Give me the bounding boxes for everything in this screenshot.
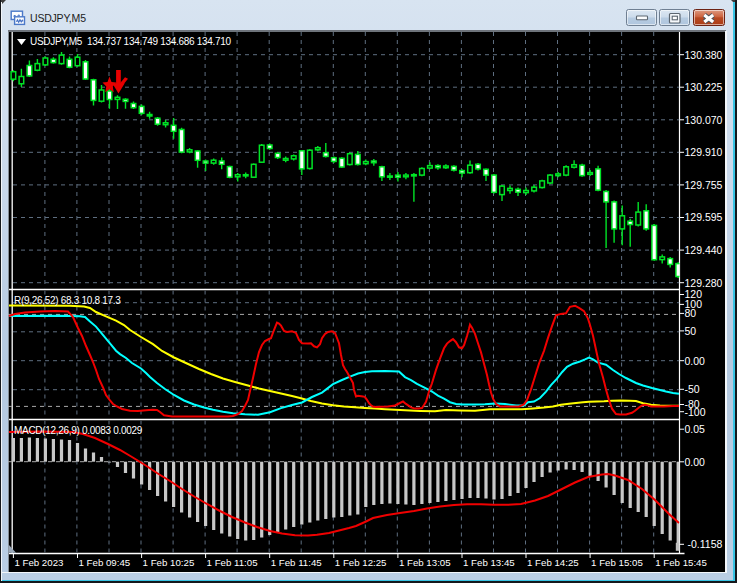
svg-text:80: 80 [685,307,697,319]
svg-text:1 Feb 09:45: 1 Feb 09:45 [79,557,131,568]
svg-text:130.225: 130.225 [685,81,723,93]
svg-text:0.05: 0.05 [685,423,706,435]
svg-text:129.910: 129.910 [685,146,723,158]
svg-text:1 Feb 13:45: 1 Feb 13:45 [463,557,515,568]
svg-text:1 Feb 15:05: 1 Feb 15:05 [591,557,643,568]
svg-text:-100: -100 [685,406,706,418]
svg-text:1 Feb 12:25: 1 Feb 12:25 [335,557,387,568]
svg-text:129.280: 129.280 [685,277,723,289]
svg-text:1 Feb 10:25: 1 Feb 10:25 [143,557,195,568]
svg-text:130.380: 130.380 [685,49,723,61]
svg-text:-50: -50 [685,383,700,395]
svg-text:1 Feb 13:05: 1 Feb 13:05 [399,557,451,568]
svg-text:1 Feb 11:45: 1 Feb 11:45 [271,557,322,568]
svg-text:R(9,26,52) 68.3 10.8 17.3: R(9,26,52) 68.3 10.8 17.3 [14,295,121,306]
svg-text:129.755: 129.755 [685,179,723,191]
svg-text:50: 50 [685,325,697,337]
svg-text:129.440: 129.440 [685,244,723,256]
svg-text:0.00: 0.00 [685,456,706,468]
svg-text:130.070: 130.070 [685,114,723,126]
svg-text:MACD(12,26,9) 0.0083 0.0029: MACD(12,26,9) 0.0083 0.0029 [14,425,143,436]
svg-text:0.00: 0.00 [685,355,706,367]
svg-text:1 Feb 11:05: 1 Feb 11:05 [207,557,258,568]
svg-text:1 Feb 14:25: 1 Feb 14:25 [527,557,579,568]
svg-text:1 Feb 15:45: 1 Feb 15:45 [655,557,707,568]
svg-text:-0.1158: -0.1158 [688,538,723,550]
svg-text:1 Feb 2023: 1 Feb 2023 [14,557,63,568]
svg-text:USDJPY,M5 134.737 134.749 134: USDJPY,M5 134.737 134.749 134.686 134.71… [30,36,231,47]
svg-text:129.595: 129.595 [685,211,723,223]
